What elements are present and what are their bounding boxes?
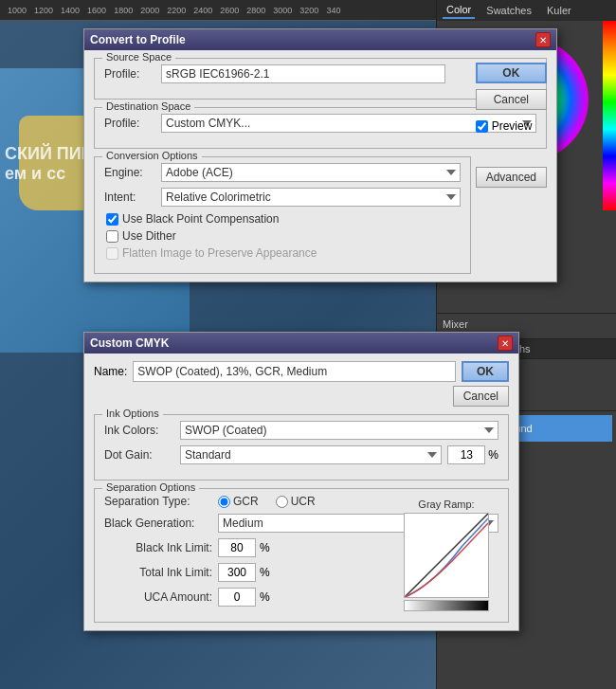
cmyk-dialog-titlebar[interactable]: Custom CMYK ✕	[84, 333, 518, 354]
panel-tabs: Color Swatches Kuler	[437, 0, 616, 21]
flatten-image-row: Flatten Image to Preserve Appearance	[104, 246, 461, 260]
advanced-button[interactable]: Advanced	[476, 167, 547, 188]
uca-label: UCA Amount:	[104, 590, 218, 604]
use-dither-row: Use Dither	[104, 229, 461, 243]
total-ink-label: Total Ink Limit:	[104, 566, 218, 579]
source-space-label: Source Space	[102, 51, 175, 63]
ink-colors-row: Ink Colors: SWOP (Coated)	[104, 421, 498, 440]
convert-dialog-close[interactable]: ✕	[535, 32, 551, 47]
dest-space-label: Destination Space	[102, 100, 194, 112]
total-ink-input[interactable]	[218, 563, 256, 582]
convert-dialog-buttons: OK Cancel Preview Advanced	[476, 63, 547, 188]
cmyk-ok-button[interactable]: OK	[462, 361, 509, 382]
intent-row: Intent: Relative Colorimetric	[104, 188, 461, 207]
flatten-image-checkbox[interactable]	[106, 247, 118, 260]
source-profile-label: Profile:	[104, 67, 161, 81]
gray-ramp-area: Gray Ramp:	[404, 499, 489, 611]
gcr-radio[interactable]	[218, 496, 230, 508]
separation-options-section: Separation Options Gray Ramp: Separatio	[94, 488, 509, 623]
cmyk-dialog-title: Custom CMYK	[90, 336, 169, 350]
gcr-option[interactable]: GCR	[218, 495, 259, 508]
dot-gain-select[interactable]: Standard	[180, 445, 442, 464]
name-row: Name: OK	[94, 361, 509, 382]
ucr-radio[interactable]	[276, 496, 288, 508]
custom-cmyk-dialog: Custom CMYK ✕ Name: OK Cancel Ink Option…	[83, 332, 519, 631]
engine-select[interactable]: Adobe (ACE)	[161, 163, 461, 182]
uca-percent: %	[260, 590, 270, 604]
sep-type-label: Separation Type:	[104, 495, 218, 508]
separation-options-label: Separation Options	[102, 481, 199, 493]
convert-to-profile-dialog: Convert to Profile ✕ Source Space Profil…	[83, 28, 557, 282]
dest-profile-label: Profile:	[104, 117, 161, 130]
convert-cancel-button[interactable]: Cancel	[476, 89, 547, 110]
cmyk-cancel-button[interactable]: Cancel	[453, 386, 509, 407]
black-point-row: Use Black Point Compensation	[104, 212, 461, 226]
dot-gain-label: Dot Gain:	[104, 448, 180, 462]
ucr-label: UCR	[291, 495, 316, 508]
preview-label: Preview	[492, 119, 533, 133]
black-point-label: Use Black Point Compensation	[122, 212, 279, 226]
tab-color[interactable]: Color	[443, 2, 475, 19]
convert-dialog-titlebar[interactable]: Convert to Profile ✕	[84, 29, 556, 50]
name-label: Name:	[94, 365, 127, 378]
ucr-option[interactable]: UCR	[276, 495, 316, 508]
ink-options-section: Ink Options Ink Colors: SWOP (Coated) Do…	[94, 414, 509, 480]
preview-row: Preview	[476, 119, 547, 133]
engine-row: Engine: Adobe (ACE)	[104, 163, 461, 182]
tab-kuler[interactable]: Kuler	[543, 3, 575, 18]
engine-label: Engine:	[104, 166, 161, 179]
cmyk-dialog-close[interactable]: ✕	[498, 335, 513, 351]
mixer-label: Mixer	[443, 318, 468, 330]
source-profile-row: Profile:	[104, 64, 536, 83]
intent-label: Intent:	[104, 190, 161, 204]
conversion-options-section: Conversion Options Engine: Adobe (ACE) I…	[94, 156, 471, 274]
intent-select[interactable]: Relative Colorimetric	[161, 188, 461, 207]
dest-profile-row: Profile: Custom CMYK...	[104, 114, 536, 133]
black-ink-label: Black Ink Limit:	[104, 541, 218, 554]
use-dither-label: Use Dither	[122, 229, 176, 243]
dot-gain-percent-input[interactable]	[447, 445, 485, 464]
dot-gain-percent-sign: %	[488, 448, 498, 462]
total-ink-percent: %	[260, 566, 270, 579]
gray-ramp-label: Gray Ramp:	[404, 499, 489, 510]
gray-ramp-canvas	[404, 513, 489, 598]
convert-ok-button[interactable]: OK	[476, 63, 547, 83]
conversion-options-label: Conversion Options	[102, 150, 202, 161]
black-gen-label: Black Generation:	[104, 517, 218, 530]
gray-ramp-gradient	[404, 600, 489, 611]
ink-colors-select[interactable]: SWOP (Coated)	[180, 421, 498, 440]
convert-dialog-title: Convert to Profile	[90, 33, 186, 46]
ink-colors-label: Ink Colors:	[104, 424, 180, 437]
gcr-label: GCR	[233, 495, 259, 508]
use-dither-checkbox[interactable]	[106, 230, 118, 243]
ruler-bar: 1000 1200 1400 1600 1800 2000 2200 2400 …	[0, 0, 436, 21]
dot-gain-row: Dot Gain: Standard %	[104, 445, 498, 464]
tab-swatches[interactable]: Swatches	[482, 3, 535, 18]
black-point-checkbox[interactable]	[106, 213, 118, 226]
uca-input[interactable]	[218, 588, 256, 607]
name-input[interactable]	[133, 361, 456, 382]
ink-options-label: Ink Options	[102, 408, 163, 419]
source-profile-input	[161, 64, 445, 83]
flatten-image-label: Flatten Image to Preserve Appearance	[122, 246, 317, 260]
preview-checkbox[interactable]	[476, 120, 488, 133]
sep-type-radios: GCR UCR	[218, 495, 316, 508]
black-ink-percent: %	[260, 541, 270, 554]
black-ink-input[interactable]	[218, 538, 256, 557]
color-strip[interactable]	[603, 21, 616, 210]
